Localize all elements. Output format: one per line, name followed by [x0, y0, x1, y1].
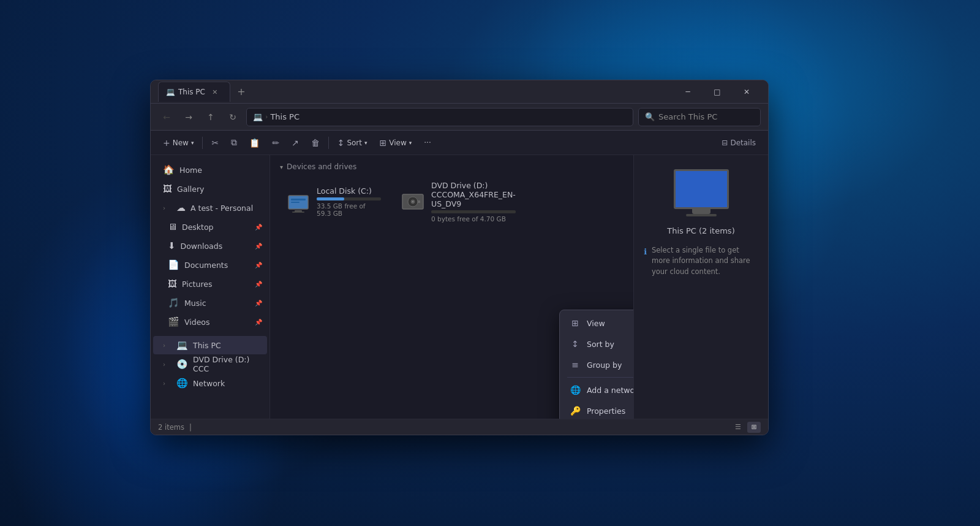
gallery-icon: 🖼	[163, 183, 172, 194]
status-sep: |	[189, 423, 192, 432]
section-arrow-icon: ▾	[280, 164, 283, 170]
view-list-button[interactable]: ☰	[731, 422, 745, 433]
sidebar-item-atest[interactable]: › ☁ A test - Personal	[153, 199, 267, 217]
view-grid-button[interactable]: ⊞	[747, 422, 761, 433]
right-panel: This PC (2 items) ℹ Select a single file…	[633, 155, 768, 419]
minimize-button[interactable]: ─	[674, 82, 702, 102]
tab-close-button[interactable]: ✕	[208, 85, 222, 99]
breadcrumb-location: This PC	[270, 112, 300, 121]
search-icon: 🔍	[645, 112, 655, 121]
expand-icon-this-pc: ›	[163, 342, 172, 349]
details-button[interactable]: ⊟ Details	[717, 134, 761, 151]
monitor-base	[686, 214, 717, 216]
sidebar-item-pictures[interactable]: 🖼 Pictures 📌	[153, 275, 267, 293]
sidebar-label-this-pc: This PC	[193, 341, 262, 350]
maximize-button[interactable]: □	[703, 82, 731, 102]
sidebar-item-downloads[interactable]: ⬇ Downloads 📌	[153, 237, 267, 255]
share-button[interactable]: ↗	[287, 134, 304, 151]
details-icon: ⊟	[722, 139, 728, 147]
documents-icon: 📄	[168, 259, 179, 270]
group-ctx-label: Group by	[587, 360, 633, 370]
window-controls: ─ □ ✕	[674, 82, 761, 102]
sidebar-item-desktop[interactable]: 🖥 Desktop 📌	[153, 218, 267, 236]
pin-icon-downloads: 📌	[255, 243, 262, 250]
sidebar-item-home[interactable]: 🏠 Home	[153, 161, 267, 179]
svg-rect-5	[292, 212, 304, 213]
share-icon: ↗	[292, 138, 299, 148]
new-tab-button[interactable]: +	[233, 83, 250, 101]
copy-icon: ⧉	[231, 137, 237, 148]
info-icon: ℹ	[644, 246, 647, 258]
refresh-button[interactable]: ↻	[224, 109, 241, 126]
home-icon: 🏠	[163, 164, 175, 175]
sidebar-item-network[interactable]: › 🌐 Network	[153, 374, 267, 392]
tab-label: This PC	[178, 88, 205, 96]
drive-info-d: DVD Drive (D:) CCCOMA_X64FRE_EN-US_DV9 0…	[431, 181, 516, 223]
music-icon: 🎵	[168, 297, 179, 308]
expand-icon-atest: ›	[163, 205, 172, 212]
rename-button[interactable]: ✏	[267, 134, 284, 151]
back-button[interactable]: ←	[158, 109, 175, 126]
sidebar-item-music[interactable]: 🎵 Music 📌	[153, 294, 267, 312]
new-dropdown-icon: ▾	[191, 140, 194, 146]
pin-icon-pictures: 📌	[255, 281, 262, 288]
pictures-icon: 🖼	[168, 278, 177, 289]
context-menu-sort-by[interactable]: ↕ Sort by ›	[562, 334, 633, 354]
context-menu-view[interactable]: ⊞ View ›	[562, 313, 633, 334]
drive-icon-d	[401, 189, 425, 214]
delete-button[interactable]: 🗑	[306, 134, 325, 151]
desktop-icon: 🖥	[168, 221, 177, 232]
context-menu-add-network[interactable]: 🌐 Add a network location	[562, 379, 633, 400]
add-network-ctx-label: Add a network location	[587, 386, 633, 395]
expand-icon-network: ›	[163, 380, 172, 387]
sidebar-label-atest: A test - Personal	[190, 204, 262, 213]
close-button[interactable]: ✕	[733, 82, 761, 102]
up-button[interactable]: ↑	[202, 109, 219, 126]
group-ctx-icon: ≡	[570, 360, 581, 370]
pin-icon-videos: 📌	[255, 319, 262, 326]
drive-info-c: Local Disk (C:) 33.5 GB free of 59.3 GB	[317, 186, 381, 217]
view-label: View	[389, 139, 406, 147]
more-button[interactable]: ···	[419, 134, 435, 151]
section-label: Devices and drives	[287, 162, 356, 171]
sidebar-item-dvd[interactable]: › 💿 DVD Drive (D:) CCC	[153, 355, 267, 373]
monitor-graphic	[671, 167, 732, 216]
sidebar-item-this-pc[interactable]: › 💻 This PC	[153, 336, 267, 354]
copy-button[interactable]: ⧉	[226, 134, 242, 151]
breadcrumb-bar[interactable]: 💻 › This PC	[246, 108, 633, 126]
status-bar: 2 items | ☰ ⊞	[151, 419, 768, 435]
new-button[interactable]: + New ▾	[158, 134, 198, 151]
context-menu-properties[interactable]: 🔑 Properties Alt+Enter	[562, 400, 633, 419]
search-bar[interactable]: 🔍 Search This PC	[638, 108, 761, 126]
sidebar-item-gallery[interactable]: 🖼 Gallery	[153, 180, 267, 198]
svg-rect-11	[418, 200, 420, 203]
right-panel-info-text: Select a single file to get more informa…	[652, 245, 758, 277]
view-dropdown-icon: ▾	[409, 140, 412, 146]
drive-bar-c	[317, 197, 344, 200]
properties-ctx-label: Properties	[587, 406, 633, 416]
sidebar-label-gallery: Gallery	[177, 185, 262, 194]
svg-point-10	[412, 201, 413, 202]
svg-rect-2	[291, 199, 306, 200]
tab-this-pc[interactable]: 💻 This PC ✕	[158, 82, 230, 102]
new-icon: +	[163, 138, 170, 148]
drive-item-c[interactable]: Local Disk (C:) 33.5 GB free of 59.3 GB	[280, 177, 387, 226]
paste-button[interactable]: 📋	[244, 134, 265, 151]
sidebar-item-videos[interactable]: 🎬 Videos 📌	[153, 313, 267, 331]
monitor-screen	[674, 169, 729, 209]
sidebar: 🏠 Home 🖼 Gallery › ☁ A test - Personal 🖥…	[151, 155, 270, 419]
breadcrumb-sep: ›	[265, 113, 268, 121]
pin-icon-music: 📌	[255, 300, 262, 307]
sidebar-label-documents: Documents	[184, 261, 250, 270]
sort-button[interactable]: ↕ Sort ▾	[333, 134, 372, 151]
details-label: Details	[730, 139, 756, 147]
drive-item-d[interactable]: DVD Drive (D:) CCCOMA_X64FRE_EN-US_DV9 0…	[394, 177, 502, 226]
cut-button[interactable]: ✂	[206, 134, 224, 151]
right-panel-info: ℹ Select a single file to get more infor…	[644, 245, 758, 277]
sidebar-item-documents[interactable]: 📄 Documents 📌	[153, 256, 267, 274]
toolbar: + New ▾ ✂ ⧉ 📋 ✏ ↗ 🗑 ↕ Sort ▾ ⊞	[151, 131, 768, 155]
svg-rect-3	[291, 202, 300, 203]
forward-button[interactable]: →	[180, 109, 197, 126]
view-button[interactable]: ⊞ View ▾	[375, 134, 417, 151]
context-menu-group-by[interactable]: ≡ Group by ›	[562, 354, 633, 375]
